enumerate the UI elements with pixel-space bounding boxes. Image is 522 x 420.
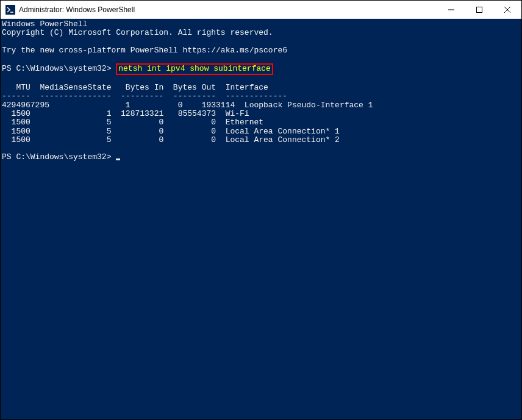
table-divider: ------ --------------- --------- -------… — [2, 92, 521, 101]
blank-line — [2, 55, 521, 63]
table-row: 1500 5 0 0 Local Area Connection* 1 — [2, 127, 521, 136]
table-header: MTU MediaSenseState Bytes In Bytes Out I… — [2, 84, 521, 92]
prompt-line: PS C:\Windows\system32> — [2, 153, 521, 162]
table-row: 1500 1 128713321 85554373 Wi-Fi — [2, 110, 521, 118]
close-button[interactable] — [493, 1, 521, 18]
table-row: 1500 5 0 0 Ethernet — [2, 118, 521, 127]
powershell-icon — [5, 5, 15, 15]
banner-line: Copyright (C) Microsoft Corporation. All… — [2, 29, 521, 37]
window-title: Administrator: Windows PowerShell — [19, 5, 437, 14]
cursor — [116, 158, 120, 160]
prompt-prefix: PS C:\Windows\system32> — [2, 64, 116, 73]
banner-line: Windows PowerShell — [2, 20, 521, 29]
blank-line — [2, 38, 521, 46]
terminal-content[interactable]: Windows PowerShellCopyright (C) Microsof… — [1, 19, 521, 419]
table-row: 1500 5 0 0 Local Area Connection* 2 — [2, 136, 521, 144]
window-titlebar: Administrator: Windows PowerShell — [1, 1, 521, 19]
table-row: 4294967295 1 0 1933114 Loopback Pseudo-I… — [2, 101, 521, 110]
blank-line — [2, 144, 521, 153]
blank-line — [2, 75, 521, 84]
window-controls — [437, 1, 521, 18]
banner-line: Try the new cross-platform PowerShell ht… — [2, 46, 521, 55]
maximize-button[interactable] — [465, 1, 493, 18]
svg-rect-0 — [477, 7, 482, 12]
command-annotation-box: netsh int ipv4 show subinterface — [116, 63, 273, 74]
prompt-line: PS C:\Windows\system32> netsh int ipv4 s… — [2, 63, 521, 74]
prompt-prefix: PS C:\Windows\system32> — [2, 152, 116, 162]
command-text: netsh int ipv4 show subinterface — [118, 64, 271, 73]
minimize-button[interactable] — [437, 1, 465, 18]
